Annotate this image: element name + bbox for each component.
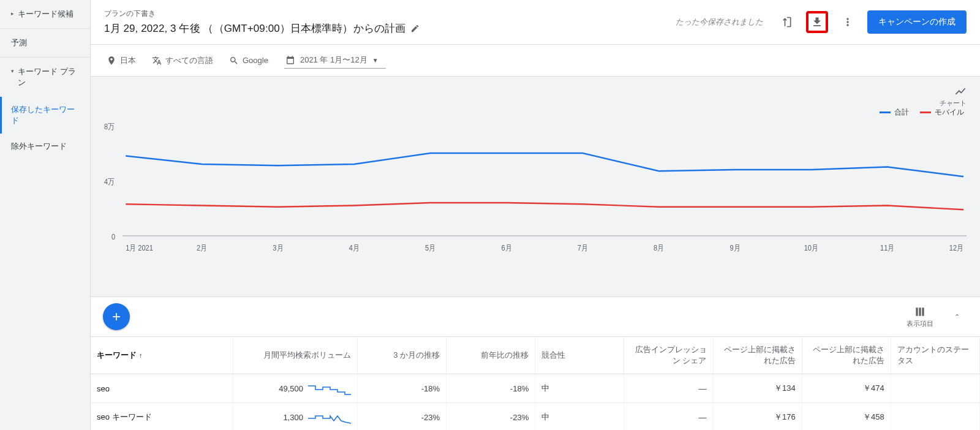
topbar: プランの下書き 1月 29, 2022, 3 午後 （（GMT+09:00）日本… <box>91 0 980 45</box>
sort-arrow-icon: ↑ <box>139 352 143 359</box>
line-chart: 8万 4万 0 1月 20212月3月4月5月6月7月8月9月10月11月12月 <box>104 122 967 269</box>
svg-text:7月: 7月 <box>578 243 588 252</box>
columns-toggle-label: 表示項目 <box>907 320 933 327</box>
legend-total[interactable]: 合計 <box>880 107 909 118</box>
table-cell: 1,300 <box>233 403 357 431</box>
download-button[interactable] <box>806 11 828 33</box>
sidebar-item-label: 除外キーワード <box>11 141 67 151</box>
svg-text:2月: 2月 <box>197 243 207 252</box>
expand-toggle[interactable]: ⌃ <box>946 313 968 321</box>
legend-swatch-icon <box>920 111 931 113</box>
svg-text:1月 2021: 1月 2021 <box>126 243 153 252</box>
table-cell: — <box>624 403 713 431</box>
more-vert-icon <box>842 16 854 28</box>
table-cell: — <box>624 374 713 403</box>
chart-view-toggle[interactable]: チャート <box>940 85 967 108</box>
table-row[interactable]: seo49,500-18%-18%中—￥134￥474 <box>91 374 980 403</box>
filter-location[interactable]: 日本 <box>107 55 136 66</box>
more-button[interactable] <box>837 11 859 33</box>
chart-legend: 合計 モバイル <box>880 107 964 118</box>
edit-icon[interactable] <box>410 24 420 33</box>
create-campaign-button[interactable]: キャンペーンの作成 <box>867 10 967 34</box>
filter-language[interactable]: すべての言語 <box>152 55 213 66</box>
svg-text:8万: 8万 <box>104 122 115 131</box>
search-network-icon <box>229 56 239 66</box>
svg-text:0: 0 <box>111 232 115 241</box>
table-header[interactable]: ページ上部に掲載された広告 <box>802 337 891 374</box>
location-icon <box>107 56 116 66</box>
filter-network-label: Google <box>243 56 268 65</box>
sidebar-item-keyword-plan[interactable]: キーワード プラン <box>0 58 90 97</box>
sidebar-item-label: キーワード プラン <box>18 66 79 88</box>
table-header[interactable]: 前年比の推移 <box>447 337 535 374</box>
sidebar-item-label: 保存したキーワード <box>11 105 75 125</box>
share-button[interactable] <box>775 11 797 33</box>
filter-language-label: すべての言語 <box>165 55 213 66</box>
table-cell: seo キーワード <box>91 403 233 431</box>
legend-label: モバイル <box>935 107 964 118</box>
filter-date-range[interactable]: 2021 年 1月〜12月 ▼ <box>284 52 386 69</box>
table-row[interactable]: seo キーワード1,300-23%-23%中—￥176￥458 <box>91 403 980 431</box>
main-content: プランの下書き 1月 29, 2022, 3 午後 （（GMT+09:00）日本… <box>91 0 980 430</box>
filter-bar: 日本 すべての言語 Google 2021 年 1月〜12月 ▼ <box>91 45 980 77</box>
table-header[interactable]: ページ上部に掲載された広告 <box>713 337 802 374</box>
table-cell: ￥176 <box>713 403 802 431</box>
table-cell: seo <box>91 374 233 403</box>
translate-icon <box>152 56 162 66</box>
svg-text:6月: 6月 <box>501 243 511 252</box>
chart-area: チャート 合計 モバイル 8万 4万 0 1月 20212月3月4月5月6月7月… <box>91 77 980 296</box>
download-icon <box>811 16 823 28</box>
table-cell <box>891 374 979 403</box>
legend-swatch-icon <box>880 111 891 113</box>
chevron-down-icon: ▼ <box>372 57 379 64</box>
plan-title[interactable]: 1月 29, 2022, 3 午後 （（GMT+09:00）日本標準時）からの計… <box>104 21 676 36</box>
chart-toggle-label: チャート <box>940 99 967 108</box>
sidebar: キーワード候補 予測 キーワード プラン 保存したキーワード 除外キーワード <box>0 0 91 430</box>
sidebar-item-label: キーワード候補 <box>18 9 74 20</box>
plan-title-text: 1月 29, 2022, 3 午後 （（GMT+09:00）日本標準時）からの計… <box>104 21 405 36</box>
table-header[interactable]: 3 か月の推移 <box>357 337 446 374</box>
svg-text:11月: 11月 <box>880 243 894 252</box>
filter-network[interactable]: Google <box>229 56 268 66</box>
svg-text:4月: 4月 <box>349 243 360 252</box>
table-cell: 中 <box>535 374 624 403</box>
add-keyword-button[interactable]: + <box>103 303 130 330</box>
calendar-icon <box>285 55 295 65</box>
plus-icon: + <box>112 308 121 325</box>
table-header[interactable]: 月間平均検索ボリューム <box>233 337 357 374</box>
plan-draft-label: プランの下書き <box>104 9 676 19</box>
table-header[interactable]: 競合性 <box>535 337 624 374</box>
chart-line-icon <box>954 85 967 97</box>
table-header-row: キーワード↑月間平均検索ボリューム3 か月の推移前年比の推移競合性広告インプレッ… <box>91 337 980 374</box>
svg-text:12月: 12月 <box>949 243 963 252</box>
svg-text:4万: 4万 <box>104 177 115 186</box>
table-cell: ￥458 <box>802 403 891 431</box>
legend-label: 合計 <box>894 107 909 118</box>
keyword-table: キーワード↑月間平均検索ボリューム3 か月の推移前年比の推移競合性広告インプレッ… <box>91 337 980 430</box>
table-cell: -18% <box>447 374 535 403</box>
filter-date-label: 2021 年 1月〜12月 <box>300 55 368 66</box>
svg-text:8月: 8月 <box>654 243 664 252</box>
sidebar-item-label: 予測 <box>11 38 27 47</box>
columns-toggle[interactable]: 表示項目 <box>907 306 933 328</box>
table-header[interactable]: 広告インプレッション シェア <box>624 337 713 374</box>
table-cell: ￥474 <box>802 374 891 403</box>
sidebar-item-forecast[interactable]: 予測 <box>0 29 90 58</box>
table-header[interactable]: キーワード↑ <box>91 337 233 374</box>
share-icon <box>780 16 793 28</box>
svg-text:9月: 9月 <box>729 243 740 252</box>
saved-status: たった今保存されました <box>676 17 763 28</box>
table-cell: -18% <box>357 374 446 403</box>
sidebar-sub-saved-keywords[interactable]: 保存したキーワード <box>0 97 90 134</box>
svg-text:3月: 3月 <box>273 243 283 252</box>
sidebar-item-keyword-ideas[interactable]: キーワード候補 <box>0 0 90 29</box>
svg-text:5月: 5月 <box>425 243 435 252</box>
sidebar-sub-negative-keywords[interactable]: 除外キーワード <box>0 134 90 159</box>
chevron-up-icon: ⌃ <box>954 313 960 320</box>
legend-mobile[interactable]: モバイル <box>920 107 964 118</box>
table-cell <box>891 403 979 431</box>
table-cell: ￥134 <box>713 374 802 403</box>
table-header[interactable]: アカウントのステータス <box>891 337 979 374</box>
columns-icon <box>914 306 926 318</box>
table-cell: -23% <box>357 403 446 431</box>
